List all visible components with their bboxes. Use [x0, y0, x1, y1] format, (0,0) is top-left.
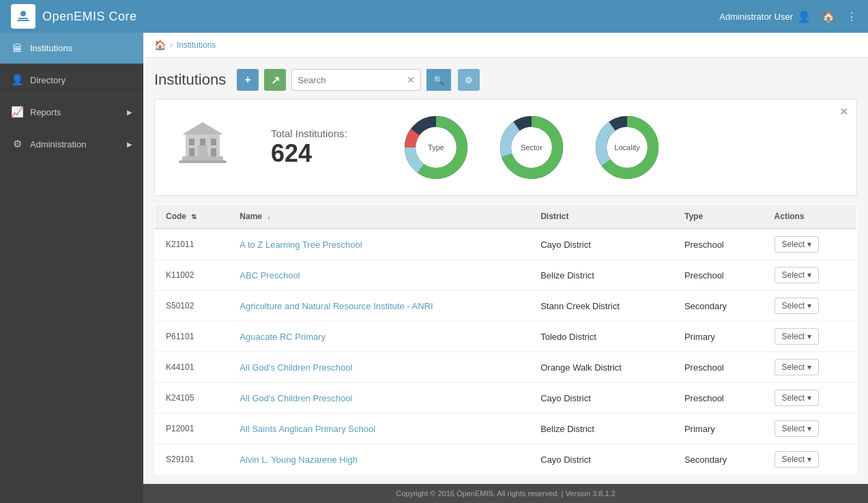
cell-name: A to Z Learning Tree Preschool [229, 229, 530, 260]
chart-sector: Sector [497, 113, 566, 182]
footer-text: Copyright © 2016 OpenEMIS. All rights re… [396, 489, 616, 498]
select-label: Select [782, 362, 805, 372]
select-arrow-icon: ▾ [807, 424, 811, 433]
cell-district: Cayo District [530, 229, 674, 260]
cell-name: ABC Preschool [229, 260, 530, 291]
administration-arrow-icon: ▶ [127, 141, 132, 148]
cell-actions: Select ▾ [764, 229, 857, 260]
cell-code: S29101 [155, 444, 229, 475]
svg-text:Locality: Locality [614, 143, 640, 152]
svg-rect-1 [18, 18, 28, 19]
select-button[interactable]: Select ▾ [775, 298, 819, 314]
select-button[interactable]: Select ▾ [775, 359, 819, 375]
reports-icon: 📈 [11, 106, 23, 118]
cell-actions: Select ▾ [764, 321, 857, 352]
add-redirect-button[interactable]: ↗ [264, 69, 286, 91]
name-sort-icon: ↓ [267, 213, 270, 220]
svg-rect-7 [211, 139, 216, 145]
sidebar-item-directory[interactable]: 👤 Directory [0, 64, 143, 96]
cell-code: K24105 [155, 383, 229, 414]
cell-name: Agriculture and Natural Resource Institu… [229, 291, 530, 321]
search-clear-icon[interactable]: ✕ [401, 74, 420, 85]
user-name: Administrator User [719, 12, 793, 22]
select-button[interactable]: Select ▾ [775, 390, 819, 406]
cell-type: Secondary [674, 444, 764, 475]
cell-code: P12001 [155, 414, 229, 444]
cell-code: K11002 [155, 260, 229, 291]
table-row: S50102 Agriculture and Natural Resource … [155, 291, 857, 321]
cell-name: All God's Children Preschool [229, 383, 530, 414]
institution-link[interactable]: A to Z Learning Tree Preschool [240, 240, 362, 250]
search-input[interactable] [292, 75, 401, 85]
cell-actions: Select ▾ [764, 352, 857, 383]
cell-name: Aguacate RC Primary [229, 321, 530, 352]
institution-link[interactable]: All God's Children Preschool [240, 393, 352, 403]
cell-type: Preschool [674, 260, 764, 291]
cell-type: Primary [674, 321, 764, 352]
institution-link[interactable]: All Saints Anglican Primary School [240, 424, 375, 434]
top-header: OpenEMIS Core Administrator User 👤 🏠 ⋮ [0, 0, 868, 33]
cell-code: K44101 [155, 352, 229, 383]
select-button[interactable]: Select ▾ [775, 328, 819, 345]
cell-type: Preschool [674, 352, 764, 383]
charts-row: Type Sector [402, 113, 661, 182]
institution-link[interactable]: Aguacate RC Primary [240, 332, 326, 342]
cell-name: All God's Children Preschool [229, 352, 530, 383]
add-button[interactable]: + [237, 69, 259, 91]
stats-close-icon[interactable]: ✕ [839, 105, 848, 118]
advanced-search-button[interactable]: ⚙ [458, 69, 480, 91]
select-arrow-icon: ▾ [807, 270, 811, 280]
sidebar-label-administration: Administration [30, 139, 86, 149]
svg-text:Type: Type [428, 143, 444, 152]
sidebar-item-institutions-left: 🏛 Institutions [11, 42, 72, 54]
select-arrow-icon: ▾ [807, 455, 811, 464]
header-user: Administrator User 👤 [719, 10, 811, 23]
sidebar-item-institutions[interactable]: 🏛 Institutions [0, 33, 143, 64]
select-arrow-icon: ▾ [807, 362, 811, 372]
select-button[interactable]: Select ▾ [775, 236, 819, 253]
institution-link[interactable]: Alvin L. Young Nazarene High [240, 455, 358, 465]
data-table: Code ⇅ Name ↓ District Type Actions K210… [154, 204, 857, 475]
institutions-icon: 🏛 [11, 42, 23, 54]
logo-icon [11, 4, 35, 29]
svg-rect-6 [200, 139, 205, 145]
stats-panel: ✕ Total Ins [154, 99, 857, 196]
cell-district: Stann Creek District [530, 291, 674, 321]
page-title-bar: Institutions + ↗ ✕ 🔍 ⚙ [154, 69, 857, 91]
cell-type: Preschool [674, 383, 764, 414]
select-button[interactable]: Select ▾ [775, 451, 819, 468]
directory-icon: 👤 [11, 74, 23, 86]
search-button[interactable]: 🔍 [426, 69, 451, 91]
table-header: Code ⇅ Name ↓ District Type Actions [155, 205, 857, 229]
main-layout: 🏛 Institutions 👤 Directory 📈 Reports ▶ ⚙… [0, 33, 868, 503]
sidebar-item-reports[interactable]: 📈 Reports ▶ [0, 96, 143, 128]
cell-district: Cayo District [530, 383, 674, 414]
page-title: Institutions [154, 71, 226, 89]
select-button[interactable]: Select ▾ [775, 267, 819, 283]
total-label: Total Institutions: [271, 128, 347, 139]
col-code[interactable]: Code ⇅ [155, 205, 229, 229]
home-icon[interactable]: 🏠 [822, 10, 835, 23]
col-name[interactable]: Name ↓ [229, 205, 530, 229]
select-arrow-icon: ▾ [807, 240, 811, 249]
user-icon[interactable]: 👤 [797, 10, 811, 23]
table-row: P61101 Aguacate RC Primary Toledo Distri… [155, 321, 857, 352]
cell-name: All Saints Anglican Primary School [229, 414, 530, 444]
footer: Copyright © 2016 OpenEMIS. All rights re… [143, 484, 868, 503]
breadcrumb-home-icon[interactable]: 🏠 [154, 40, 166, 51]
breadcrumb-institutions[interactable]: Institutions [177, 40, 216, 50]
select-label: Select [782, 301, 805, 311]
institution-link[interactable]: All God's Children Preschool [240, 362, 352, 373]
sidebar-label-reports: Reports [30, 107, 61, 117]
table-row: K11002 ABC Preschool Belize District Pre… [155, 260, 857, 291]
breadcrumb: 🏠 › Institutions [143, 33, 868, 58]
col-district: District [530, 205, 674, 229]
svg-rect-2 [17, 20, 29, 21]
sidebar-item-administration[interactable]: ⚙ Administration ▶ [0, 128, 143, 160]
select-button[interactable]: Select ▾ [775, 420, 819, 437]
select-label: Select [782, 240, 805, 249]
cell-code: S50102 [155, 291, 229, 321]
menu-icon[interactable]: ⋮ [846, 10, 857, 23]
institution-link[interactable]: ABC Preschool [240, 270, 300, 281]
institution-link[interactable]: Agriculture and Natural Resource Institu… [240, 301, 433, 311]
